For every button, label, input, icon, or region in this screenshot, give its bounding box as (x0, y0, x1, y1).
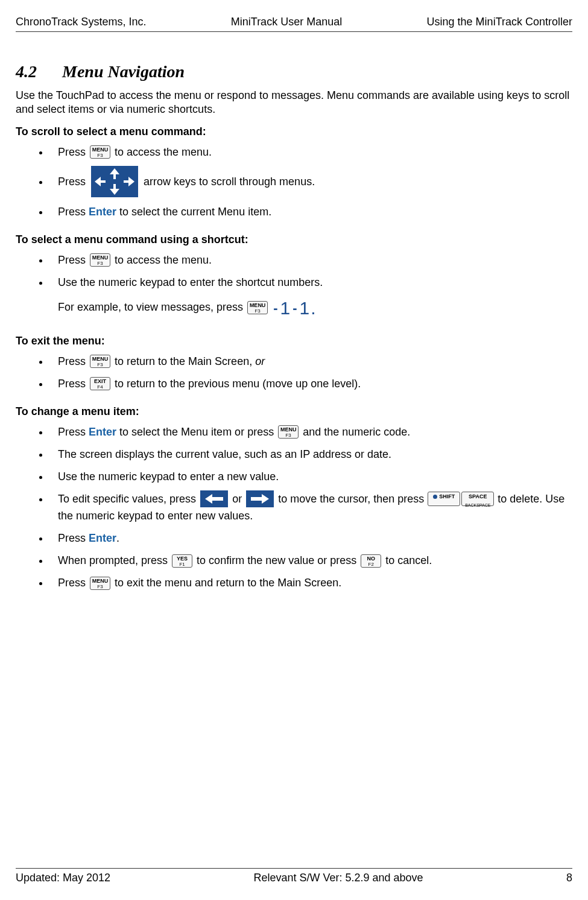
menu-key-icon: MENUF3 (90, 253, 110, 267)
section-heading: 4.2 Menu Navigation (16, 62, 572, 81)
svg-marker-3 (124, 177, 134, 186)
arrow-left-icon (200, 490, 228, 507)
svg-marker-5 (251, 494, 269, 504)
section-title: Menu Navigation (62, 62, 185, 81)
page-header: ChronoTrack Systems, Inc. MiniTrack User… (16, 16, 572, 32)
list-change: Press Enter to select the Menu item or p… (16, 424, 572, 591)
menu-key-icon: MENUF3 (90, 145, 110, 159)
footer-right: 8 (566, 872, 572, 884)
footer-left: Updated: May 2012 (16, 872, 110, 884)
menu-key-icon: MENUF3 (90, 355, 110, 368)
list-item: To edit specific values, press or to mov… (49, 491, 572, 524)
heading-scroll: To scroll to select a menu command: (16, 125, 572, 138)
list-item: Press MENUF3 to access the menu. (49, 144, 572, 160)
menu-key-icon: MENUF3 (90, 577, 110, 590)
arrow-keys-icon (91, 166, 138, 197)
list-item: Press Enter to select the current Menu i… (49, 204, 572, 220)
or-text: or (255, 355, 265, 367)
list-shortcut: Press MENUF3 to access the menu. Use the… (16, 252, 572, 322)
example-line: For example, to view messages, press MEN… (58, 294, 572, 322)
list-item: Press Enter to select the Menu item or p… (49, 424, 572, 440)
seq-digit: 1 (299, 298, 309, 318)
header-center: MiniTrack User Manual (231, 16, 342, 28)
list-item: Use the numeric keypad to enter the shor… (49, 274, 572, 322)
svg-marker-4 (205, 494, 223, 504)
svg-marker-1 (110, 184, 119, 195)
heading-change: To change a menu item: (16, 405, 572, 418)
shift-key-icon: SHIFT (428, 492, 460, 506)
list-item: Press arrow keys to scroll through menus… (49, 166, 572, 198)
exit-key-icon: EXITF4 (90, 377, 110, 390)
page-footer: Updated: May 2012 Relevant S/W Ver: 5.2.… (16, 868, 572, 884)
arrow-right-icon (246, 490, 274, 507)
section-number: 4.2 (16, 62, 58, 81)
list-item: Press EXITF4 to return to the previous m… (49, 376, 572, 392)
list-exit: Press MENUF3 to return to the Main Scree… (16, 353, 572, 392)
enter-key-text: Enter (89, 206, 116, 218)
seq-digit: 1 (280, 298, 290, 318)
list-item: Press MENUF3 to exit the menu and return… (49, 575, 572, 591)
page: ChronoTrack Systems, Inc. MiniTrack User… (0, 0, 588, 900)
menu-key-icon: MENUF3 (278, 425, 299, 439)
list-item: Use the numeric keypad to enter a new va… (49, 469, 572, 485)
yes-key-icon: YESF1 (172, 554, 192, 568)
header-right: Using the MiniTrack Controller (427, 16, 572, 28)
list-item: When prompted, press YESF1 to confirm th… (49, 553, 572, 569)
intro-paragraph: Use the TouchPad to access the menu or r… (16, 89, 572, 116)
svg-marker-0 (110, 168, 119, 179)
space-backspace-key-icon: SPACEBACKSPACE (461, 492, 494, 506)
list-item: Press MENUF3 to access the menu. (49, 252, 572, 268)
heading-exit: To exit the menu: (16, 335, 572, 347)
menu-key-icon: MENUF3 (247, 301, 268, 314)
header-left: ChronoTrack Systems, Inc. (16, 16, 146, 28)
no-key-icon: NOF2 (361, 554, 381, 568)
enter-key-text: Enter (89, 532, 116, 544)
footer-center: Relevant S/W Ver: 5.2.9 and above (253, 872, 423, 884)
heading-shortcut: To select a menu command using a shortcu… (16, 233, 572, 246)
enter-key-text: Enter (89, 426, 116, 438)
list-scroll: Press MENUF3 to access the menu. Press a… (16, 144, 572, 220)
svg-marker-2 (95, 177, 106, 186)
list-item: Press MENUF3 to return to the Main Scree… (49, 353, 572, 370)
list-item: The screen displays the current value, s… (49, 446, 572, 463)
list-item: Press Enter. (49, 530, 572, 547)
